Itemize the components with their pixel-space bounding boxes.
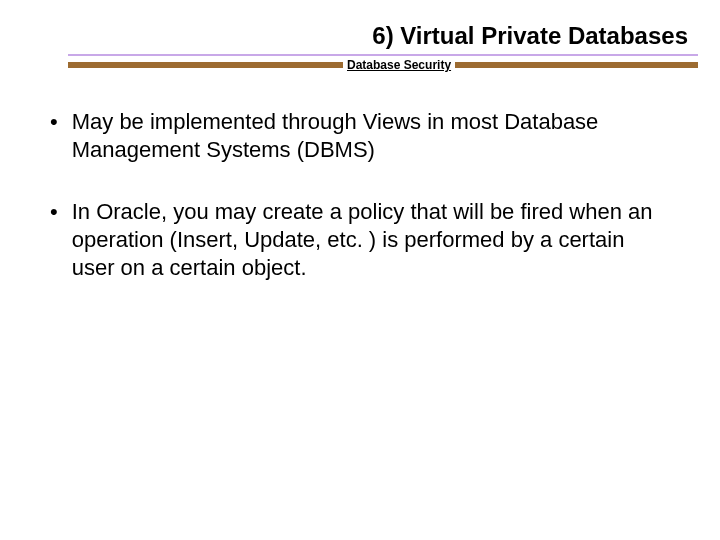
title-underline bbox=[68, 54, 698, 56]
bullet-icon: • bbox=[50, 198, 58, 226]
divider-left bbox=[68, 62, 343, 68]
bullet-text: May be implemented through Views in most… bbox=[72, 108, 670, 164]
bullet-icon: • bbox=[50, 108, 58, 136]
list-item: • May be implemented through Views in mo… bbox=[50, 108, 670, 164]
slide-title: 6) Virtual Private Databases bbox=[68, 22, 698, 54]
slide-content: • May be implemented through Views in mo… bbox=[50, 108, 670, 316]
subtitle-row: Database Security bbox=[68, 58, 698, 72]
divider-right bbox=[455, 62, 698, 68]
slide-header: 6) Virtual Private Databases Database Se… bbox=[68, 22, 698, 72]
slide-subtitle: Database Security bbox=[343, 58, 455, 72]
list-item: • In Oracle, you may create a policy tha… bbox=[50, 198, 670, 282]
bullet-text: In Oracle, you may create a policy that … bbox=[72, 198, 670, 282]
